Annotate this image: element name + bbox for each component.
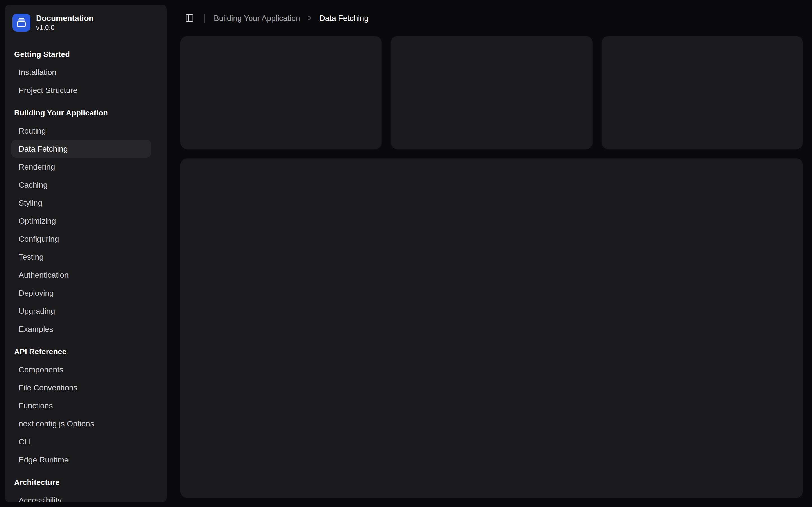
breadcrumb-current: Data Fetching xyxy=(319,13,368,22)
sidebar-item-components[interactable]: Components xyxy=(11,360,151,379)
sidebar-item-file-conventions[interactable]: File Conventions xyxy=(11,379,151,397)
sidebar-group-items: Installation Project Structure xyxy=(9,63,162,99)
chevron-right-icon xyxy=(306,14,314,22)
sidebar-group-label: API Reference xyxy=(9,342,162,360)
sidebar-item-optimizing[interactable]: Optimizing xyxy=(11,212,151,230)
sidebar-group-label: Building Your Application xyxy=(9,104,162,122)
sidebar-item-routing[interactable]: Routing xyxy=(11,122,151,140)
app-identity: Documentation v1.0.0 xyxy=(36,13,94,32)
app-window: Documentation v1.0.0 Getting Started Ins… xyxy=(0,0,812,507)
sidebar-item-rendering[interactable]: Rendering xyxy=(11,158,151,176)
sidebar-group-items: Routing Data Fetching Rendering Caching … xyxy=(9,122,162,338)
sidebar-group: API Reference Components File Convention… xyxy=(9,342,162,469)
sidebar-group-items: Accessibility xyxy=(9,491,162,503)
sidebar-item-styling[interactable]: Styling xyxy=(11,194,151,212)
sidebar-item-installation[interactable]: Installation xyxy=(11,63,151,81)
main-area: Building Your Application Data Fetching xyxy=(171,0,812,507)
sidebar-toggle-button[interactable] xyxy=(182,10,197,26)
sidebar-item-cli[interactable]: CLI xyxy=(11,433,151,451)
sidebar-item-next-config-js-options[interactable]: next.config.js Options xyxy=(11,414,151,433)
sidebar-item-testing[interactable]: Testing xyxy=(11,248,151,266)
sidebar: Documentation v1.0.0 Getting Started Ins… xyxy=(4,4,167,503)
header-separator xyxy=(204,13,205,22)
panel-left-icon xyxy=(185,13,194,22)
sidebar-item-deploying[interactable]: Deploying xyxy=(11,284,151,302)
sidebar-group: Getting Started Installation Project Str… xyxy=(9,45,162,99)
sidebar-item-caching[interactable]: Caching xyxy=(11,176,151,194)
app-title: Documentation xyxy=(36,13,94,23)
sidebar-group-items: Components File Conventions Functions ne… xyxy=(9,360,162,469)
sidebar-item-authentication[interactable]: Authentication xyxy=(11,266,151,284)
sidebar-group: Architecture Accessibility xyxy=(9,473,162,503)
sidebar-item-accessibility[interactable]: Accessibility xyxy=(11,491,151,503)
sidebar-item-project-structure[interactable]: Project Structure xyxy=(11,81,151,99)
sidebar-nav: Getting Started Installation Project Str… xyxy=(9,45,162,503)
placeholder-cards-row xyxy=(181,36,803,149)
content-placeholder-card xyxy=(391,36,593,149)
sidebar-group: Building Your Application Routing Data F… xyxy=(9,104,162,338)
content-placeholder-card xyxy=(601,36,803,149)
app-logo xyxy=(12,13,31,32)
breadcrumb: Building Your Application Data Fetching xyxy=(214,13,368,22)
sidebar-group-label: Getting Started xyxy=(9,45,162,63)
sidebar-item-configuring[interactable]: Configuring xyxy=(11,230,151,248)
main-content xyxy=(171,36,812,507)
content-placeholder-card xyxy=(181,36,382,149)
sidebar-header[interactable]: Documentation v1.0.0 xyxy=(9,9,162,36)
sidebar-item-edge-runtime[interactable]: Edge Runtime xyxy=(11,451,151,469)
app-version: v1.0.0 xyxy=(36,23,94,32)
sidebar-item-upgrading[interactable]: Upgrading xyxy=(11,302,151,320)
breadcrumb-parent[interactable]: Building Your Application xyxy=(214,13,300,22)
sidebar-item-data-fetching[interactable]: Data Fetching xyxy=(11,140,151,158)
main-header: Building Your Application Data Fetching xyxy=(171,0,812,36)
sidebar-group-label: Architecture xyxy=(9,473,162,491)
sidebar-item-functions[interactable]: Functions xyxy=(11,397,151,414)
sidebar-item-examples[interactable]: Examples xyxy=(11,320,151,338)
gallery-vertical-end-icon xyxy=(16,17,27,27)
content-placeholder-large xyxy=(181,158,803,498)
